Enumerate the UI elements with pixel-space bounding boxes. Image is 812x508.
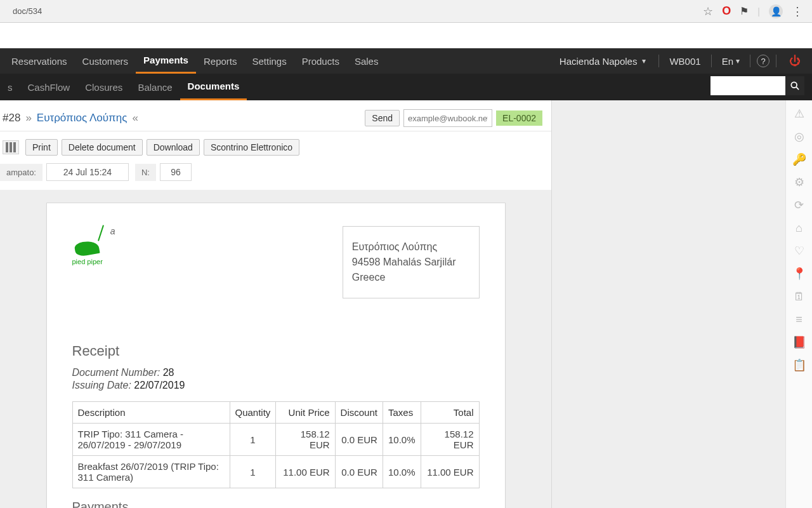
kebab-icon[interactable]: ⋮ — [792, 4, 803, 18]
document-title: Receipt — [72, 343, 480, 359]
nav-reservations[interactable]: Reservations — [4, 48, 75, 74]
divider — [658, 55, 659, 67]
n-label: N: — [135, 164, 156, 181]
meta-row: ampato: 24 Jul 15:24 N: 96 — [0, 161, 551, 190]
issue-row: Issuing Date: 22/07/2019 — [72, 380, 480, 391]
sub-nav: s CashFlow Closures Balance Documents — [0, 74, 812, 100]
send-button[interactable]: Send — [365, 110, 400, 126]
scontrino-button[interactable]: Scontrino Elettronico — [204, 139, 299, 156]
issue-label: Issuing Date: — [72, 380, 131, 391]
th-description: Description — [72, 402, 230, 424]
subnav-closures[interactable]: Closures — [77, 74, 130, 100]
th-taxes: Taxes — [383, 402, 421, 424]
gear-icon[interactable]: ⚙ — [791, 174, 808, 190]
logo-text: pied piper — [72, 258, 103, 265]
cell-tax: 10.0% — [383, 424, 421, 456]
search-icon — [790, 81, 799, 90]
print-button[interactable]: Print — [25, 139, 58, 156]
cell-total: 158.12 EUR — [421, 424, 479, 456]
cell-tax: 10.0% — [383, 456, 421, 488]
key-icon[interactable]: 🔑 — [791, 151, 808, 168]
th-discount: Discount — [335, 402, 383, 424]
receipt-badge: EL-0002 — [496, 110, 542, 126]
browser-actions: ☆ O ⚑ | 👤 ⋮ — [703, 4, 807, 18]
svg-line-1 — [796, 87, 799, 90]
client-box: Ευτρόπιος Λούπης 94598 Mahalás Sarjilár … — [343, 226, 480, 298]
th-unitprice: Unit Price — [276, 402, 335, 424]
client-name: Ευτρόπιος Λούπης — [352, 239, 456, 255]
table-row: Breakfast 26/07/2019 (TRIP Tipo: 311 Cam… — [72, 456, 479, 488]
breadcrumb-id: #28 — [3, 112, 20, 124]
breadcrumb-actions: Send EL-0002 — [365, 109, 542, 127]
columns-icon[interactable] — [3, 140, 19, 154]
logo-area: pied piper a — [72, 226, 115, 298]
nav-products[interactable]: Products — [294, 48, 347, 74]
logo: pied piper — [72, 226, 103, 265]
subnav-balance[interactable]: Balance — [130, 74, 180, 100]
divider — [750, 55, 750, 67]
breadcrumb-sep: « — [133, 112, 138, 124]
url-field[interactable]: doc/534 — [5, 4, 703, 19]
browser-extension-icon[interactable]: ⚑ — [740, 5, 749, 17]
content: #28 » Ευτρόπιος Λούπης « Send EL-0002 Pr… — [0, 100, 812, 508]
divider: | — [757, 6, 760, 17]
browser-bar: doc/534 ☆ O ⚑ | 👤 ⋮ — [0, 0, 812, 23]
cell-unit: 158.12 EUR — [276, 424, 335, 456]
opera-icon[interactable]: O — [722, 4, 731, 18]
search-input[interactable] — [710, 76, 785, 95]
document: pied piper a Ευτρόπιος Λούπης 94598 Maha… — [46, 203, 506, 508]
subnav-cashflow[interactable]: CashFlow — [20, 74, 78, 100]
email-input[interactable] — [403, 109, 492, 127]
target-icon[interactable]: ◎ — [791, 128, 808, 145]
toolbar: Print Delete document Download Scontrino… — [0, 131, 551, 161]
search-button[interactable] — [785, 76, 804, 95]
account-label[interactable]: WB001 — [665, 56, 704, 67]
document-wrap: pied piper a Ευτρόπιος Λούπης 94598 Maha… — [0, 190, 551, 508]
docnum-row: Document Number: 28 — [72, 367, 480, 378]
alert-icon[interactable]: ⚠ — [791, 105, 808, 122]
main-panel: #28 » Ευτρόπιος Λούπης « Send EL-0002 Pr… — [0, 100, 552, 508]
top-nav: Reservations Customers Payments Reports … — [0, 48, 812, 74]
nav-payments[interactable]: Payments — [136, 48, 196, 74]
nav-sales[interactable]: Sales — [347, 48, 386, 74]
delete-button[interactable]: Delete document — [62, 139, 143, 156]
breadcrumb-customer-link[interactable]: Ευτρόπιος Λούπης — [37, 112, 128, 124]
cell-desc: Breakfast 26/07/2019 (TRIP Tipo: 311 Cam… — [72, 456, 230, 488]
nav-settings[interactable]: Settings — [244, 48, 294, 74]
bookmark-icon[interactable]: ☆ — [703, 4, 713, 18]
nav-customers[interactable]: Customers — [75, 48, 136, 74]
gap — [0, 23, 812, 48]
nav-reports[interactable]: Reports — [196, 48, 245, 74]
heart-icon[interactable]: ♡ — [791, 243, 808, 259]
download-button[interactable]: Download — [147, 139, 200, 156]
language-selector[interactable]: En — [718, 56, 743, 67]
clipboard-icon[interactable]: 📋 — [791, 357, 808, 373]
printed-label: ampato: — [0, 164, 43, 181]
home-icon[interactable]: ⌂ — [791, 220, 808, 236]
calendar-icon[interactable]: 🗓 — [791, 288, 808, 305]
divider — [711, 55, 712, 67]
issue-value: 22/07/2019 — [134, 380, 185, 391]
stack-icon[interactable]: ≡ — [791, 311, 808, 328]
printed-value: 24 Jul 15:24 — [46, 163, 129, 181]
th-total: Total — [421, 402, 479, 424]
client-country: Greece — [352, 270, 456, 285]
cell-qty: 1 — [230, 456, 276, 488]
document-header: pied piper a Ευτρόπιος Λούπης 94598 Maha… — [72, 226, 480, 298]
profile-icon[interactable]: 👤 — [769, 4, 783, 18]
right-dock: ⚠ ◎ 🔑 ⚙ ⟳ ⌂ ♡ 📍 🗓 ≡ 📕 📋 — [785, 100, 812, 508]
help-icon[interactable]: ? — [757, 55, 769, 67]
side-gray — [552, 100, 785, 508]
top-nav-items: Reservations Customers Payments Reports … — [0, 48, 386, 74]
th-quantity: Quantity — [230, 402, 276, 424]
pin-icon[interactable]: 📍 — [791, 265, 808, 282]
cell-total: 11.00 EUR — [421, 456, 479, 488]
property-selector[interactable]: Hacienda Napoles — [553, 56, 653, 67]
power-icon[interactable]: ⏻ — [783, 55, 807, 68]
refresh-icon[interactable]: ⟳ — [791, 197, 808, 213]
top-nav-right: Hacienda Napoles WB001 En ? ⏻ — [553, 55, 812, 68]
subnav-cut[interactable]: s — [0, 74, 20, 100]
subnav-documents[interactable]: Documents — [180, 74, 247, 100]
breadcrumb: #28 » Ευτρόπιος Λούπης « — [3, 112, 138, 124]
book-icon[interactable]: 📕 — [791, 334, 808, 351]
